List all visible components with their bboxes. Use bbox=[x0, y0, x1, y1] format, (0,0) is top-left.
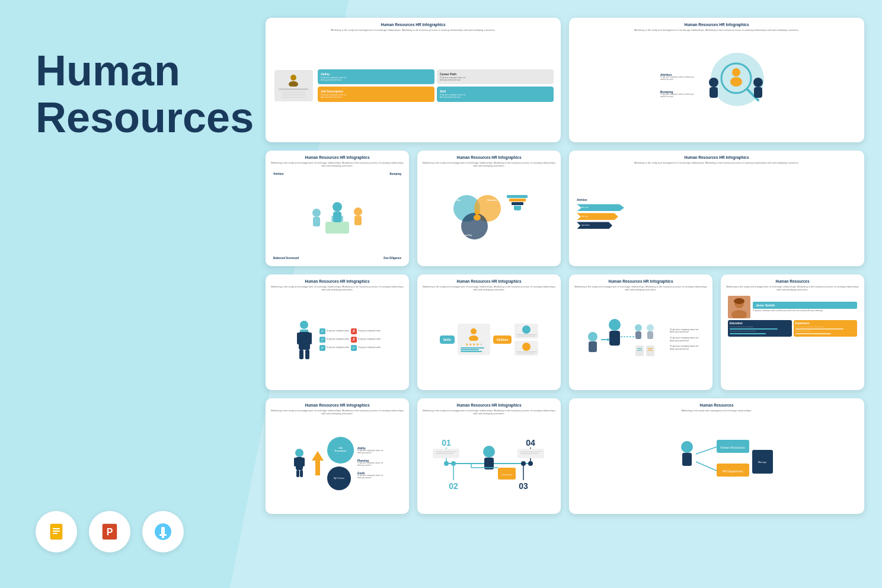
svg-point-12 bbox=[290, 75, 296, 81]
slide-9[interactable]: Human Resources Marketing is the study a… bbox=[721, 274, 864, 390]
svg-point-50 bbox=[647, 324, 654, 331]
education-label: Education bbox=[730, 322, 790, 325]
attrition-slide5-label: Attrition bbox=[577, 199, 857, 202]
svg-point-18 bbox=[730, 77, 742, 87]
svg-rect-67 bbox=[296, 470, 299, 477]
svg-rect-30 bbox=[354, 216, 362, 225]
svg-rect-64 bbox=[296, 457, 303, 470]
svg-point-91 bbox=[521, 461, 526, 466]
powerpoint-icon[interactable]: P bbox=[89, 511, 130, 552]
svg-point-78 bbox=[528, 461, 533, 466]
svg-rect-36 bbox=[297, 333, 299, 344]
svg-point-32 bbox=[474, 215, 481, 220]
svg-rect-49 bbox=[635, 331, 641, 339]
svg-point-94 bbox=[681, 441, 693, 453]
skills-tag: Skills bbox=[440, 335, 455, 344]
svg-point-44 bbox=[588, 332, 597, 341]
svg-text:01: 01 bbox=[442, 438, 451, 448]
career-path-label: Career Path bbox=[440, 72, 551, 76]
svg-rect-95 bbox=[682, 453, 692, 466]
svg-point-17 bbox=[732, 68, 740, 76]
svg-rect-43 bbox=[609, 331, 620, 346]
svg-rect-55 bbox=[646, 346, 654, 356]
skill-label: Skill bbox=[440, 90, 551, 93]
svg-point-33 bbox=[300, 321, 308, 329]
svg-rect-38 bbox=[299, 350, 303, 359]
svg-rect-9 bbox=[161, 527, 165, 534]
svg-rect-28 bbox=[313, 217, 320, 226]
job-promotion-badge: JobPromotion bbox=[327, 437, 354, 464]
attrition-label: Attrition bbox=[273, 172, 284, 175]
svg-text:Human Resources: Human Resources bbox=[720, 446, 745, 449]
my-position-badge: My Position bbox=[327, 466, 351, 490]
svg-rect-39 bbox=[305, 350, 309, 359]
ability-label: Ability bbox=[321, 72, 432, 76]
svg-text:04: 04 bbox=[526, 438, 535, 448]
svg-rect-68 bbox=[300, 470, 303, 477]
svg-line-97 bbox=[696, 462, 717, 471]
svg-point-88 bbox=[451, 461, 456, 466]
svg-point-63 bbox=[295, 449, 303, 457]
svg-point-19 bbox=[709, 78, 718, 87]
svg-rect-23 bbox=[325, 222, 349, 234]
left-panel: Human Resources P bbox=[0, 0, 296, 588]
abilities-tag: Abilities bbox=[493, 335, 512, 344]
svg-text:02: 02 bbox=[449, 481, 458, 491]
jenn-smith-name: Jenn Smith bbox=[756, 303, 854, 307]
bumping-label: Bumping bbox=[390, 172, 402, 175]
svg-point-29 bbox=[354, 207, 362, 216]
page-title: Human Resources bbox=[36, 47, 267, 141]
venn-ability-label: Ability bbox=[454, 199, 461, 202]
slide-10[interactable]: Human Resources HR Infographics Marketin… bbox=[266, 398, 409, 514]
svg-point-48 bbox=[635, 324, 642, 331]
svg-text:Manage: Manage bbox=[758, 461, 767, 464]
slide-12[interactable]: Human Resources Marketing is the study a… bbox=[569, 398, 864, 514]
slide-3[interactable]: Human Resources HR Infographics Marketin… bbox=[266, 151, 409, 266]
slide-11[interactable]: Human Resources HR Infographics Marketin… bbox=[417, 398, 561, 514]
svg-rect-34 bbox=[300, 330, 308, 332]
slide-4[interactable]: Human Resources HR Infographics Marketin… bbox=[417, 151, 561, 266]
slide-1[interactable]: Human Resources HR Infographics Marketin… bbox=[266, 18, 561, 142]
balanced-scorecard-label: Balanced Scorecard bbox=[273, 257, 299, 260]
svg-text:03: 03 bbox=[519, 481, 528, 491]
slide-6[interactable]: Human Resources HR Infographics Marketin… bbox=[266, 274, 409, 390]
experience-label: Experience bbox=[795, 322, 856, 325]
svg-rect-35 bbox=[299, 332, 310, 350]
svg-point-40 bbox=[471, 328, 477, 334]
svg-rect-3 bbox=[53, 531, 60, 532]
slide-8[interactable]: Human Resources HR Infographics Marketin… bbox=[569, 274, 712, 390]
slide-2[interactable]: Human Resources HR Infographics Marketin… bbox=[569, 18, 864, 142]
due-diligence-label: Due Diligence bbox=[384, 257, 401, 260]
svg-rect-10 bbox=[159, 534, 167, 536]
svg-rect-20 bbox=[710, 87, 718, 98]
venn-selection-label: Selection Rate bbox=[487, 199, 501, 202]
svg-text:HR Department: HR Department bbox=[723, 469, 743, 473]
svg-rect-22 bbox=[754, 87, 762, 98]
svg-text:P: P bbox=[107, 527, 113, 537]
google-slides-icon[interactable] bbox=[36, 511, 77, 552]
svg-point-21 bbox=[753, 78, 763, 87]
svg-point-25 bbox=[333, 202, 342, 212]
svg-rect-65 bbox=[294, 458, 296, 466]
svg-rect-66 bbox=[302, 458, 305, 466]
format-icons-group: P bbox=[36, 511, 184, 552]
venn-frontpay-label: Front Pay bbox=[462, 234, 472, 237]
svg-rect-51 bbox=[647, 331, 653, 339]
svg-rect-11 bbox=[162, 536, 164, 538]
svg-point-27 bbox=[312, 209, 321, 217]
svg-rect-45 bbox=[589, 341, 597, 352]
svg-line-96 bbox=[696, 447, 717, 454]
svg-rect-4 bbox=[53, 533, 57, 534]
svg-rect-26 bbox=[333, 212, 341, 222]
svg-point-72 bbox=[444, 461, 449, 466]
slide-5[interactable]: Human Resources HR Infographics Marketin… bbox=[569, 151, 864, 266]
svg-point-62 bbox=[734, 298, 744, 304]
svg-rect-37 bbox=[309, 333, 312, 344]
keynote-icon[interactable] bbox=[142, 511, 184, 552]
svg-point-31 bbox=[475, 210, 480, 215]
slide-7[interactable]: Human Resources HR Infographics Marketin… bbox=[417, 274, 561, 390]
svg-text:Customer: Customer bbox=[501, 473, 512, 476]
svg-rect-2 bbox=[53, 528, 60, 529]
slides-grid: Human Resources HR Infographics Marketin… bbox=[260, 12, 870, 576]
slides-container: Human Resources HR Infographics Marketin… bbox=[260, 0, 882, 588]
